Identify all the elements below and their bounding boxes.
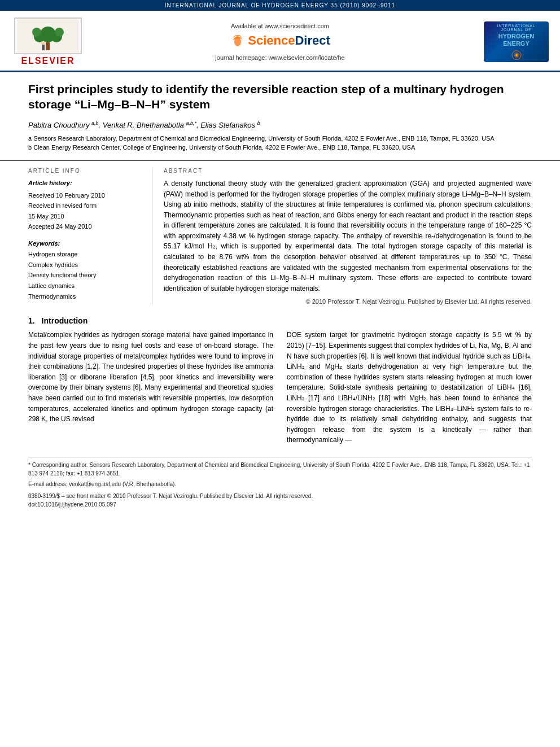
revised-date: 15 May 2010: [28, 212, 141, 222]
email-note: E-mail address: venkat@eng.usf.edu (V.R.…: [28, 480, 532, 488]
center-header: Available at www.sciencedirect.com Scien…: [85, 23, 475, 61]
journal-homepage-text: journal homepage: www.elsevier.com/locat…: [85, 54, 475, 61]
affiliations: a Sensors Research Laboratory, Departmen…: [28, 134, 532, 152]
he-logo-graphic: [505, 49, 528, 60]
svg-point-8: [41, 41, 45, 45]
article-section: First principles study to identify the r…: [0, 72, 560, 152]
affiliation-b: b Clean Energy Research Center, College …: [28, 143, 532, 152]
copyright-text: © 2010 Professor T. Nejat Veziroglu. Pub…: [164, 298, 532, 305]
journal-header-bar: International Journal of Hydrogen Energy…: [0, 0, 560, 11]
keyword-4: Lattice dynamics: [28, 281, 141, 291]
svg-point-12: [515, 54, 518, 56]
journal-title-text: International Journal of Hydrogen Energy…: [165, 2, 395, 8]
keywords-block: Keywords: Hydrogen storage Complex hydri…: [28, 240, 141, 302]
intro-two-col: Metal/complex hydrides as hydrogen stora…: [28, 330, 532, 449]
keywords-label: Keywords:: [28, 240, 141, 247]
intro-right-text: DOE system target for gravimetric hydrog…: [287, 330, 532, 445]
right-column: Abstract A density functional theory stu…: [152, 168, 532, 305]
authors-line: Pabitra Choudhury a,b, Venkat R. Bhethan…: [28, 120, 532, 129]
corresponding-author-note: * Corresponding author. Sensors Research…: [28, 461, 532, 478]
svg-rect-1: [46, 42, 50, 50]
article-info-heading: Article Info: [28, 168, 141, 174]
he-logo-box: International Journal of HYDROGENENERGY: [484, 21, 549, 62]
left-column: Article Info Article history: Received 1…: [28, 168, 152, 305]
issn-note: 0360-3199/$ – see front matter © 2010 Pr…: [28, 492, 532, 500]
elsevier-name-text: ELSEVIER: [21, 56, 75, 66]
sciencedirect-text: ScienceDirect: [248, 33, 330, 48]
available-text: Available at www.sciencedirect.com: [85, 23, 475, 29]
revised-label: Received in revised form: [28, 201, 141, 211]
svg-rect-7: [42, 45, 45, 50]
intro-section-title: 1. Introduction: [28, 316, 532, 325]
intro-left: Metal/complex hydrides as hydrogen stora…: [28, 330, 273, 449]
elsevier-tree-icon: [17, 19, 79, 54]
sciencedirect-leaf-icon: [230, 33, 246, 49]
article-history: Article history: Received 10 February 20…: [28, 178, 141, 232]
author-names: Pabitra Choudhury a,b, Venkat R. Bhethan…: [28, 121, 260, 129]
journal-header: ELSEVIER Available at www.sciencedirect.…: [0, 11, 560, 72]
article-info-abstract: Article Info Article history: Received 1…: [0, 160, 560, 305]
keyword-2: Complex hydrides: [28, 260, 141, 270]
body-section: 1. Introduction Metal/complex hydrides a…: [0, 305, 560, 449]
he-logo-intl: International: [497, 24, 536, 28]
he-logo: International Journal of HYDROGENENERGY: [475, 21, 549, 62]
intro-section-label: Introduction: [42, 316, 88, 325]
abstract-heading: Abstract: [164, 168, 532, 174]
elsevier-logo-box: [14, 18, 82, 54]
intro-left-text: Metal/complex hydrides as hydrogen stora…: [28, 330, 273, 424]
elsevier-logo: ELSEVIER: [11, 18, 85, 66]
svg-point-5: [32, 28, 41, 37]
svg-point-9: [234, 37, 241, 46]
doi-note: doi:10.1016/j.ijhydene.2010.05.097: [28, 500, 532, 509]
accepted-date: Accepted 24 May 2010: [28, 222, 141, 232]
keyword-5: Thermodynamics: [28, 291, 141, 302]
footnote-area: * Corresponding author. Sensors Research…: [0, 457, 560, 512]
keyword-1: Hydrogen storage: [28, 249, 141, 260]
history-label: Article history:: [28, 178, 141, 189]
intro-section-number: 1.: [28, 316, 35, 325]
abstract-text: A density functional theory study with t…: [164, 178, 532, 294]
received-date: Received 10 February 2010: [28, 191, 141, 201]
affiliation-a: a Sensors Research Laboratory, Departmen…: [28, 134, 532, 143]
article-title: First principles study to identify the r…: [28, 81, 532, 112]
he-logo-title: HYDROGENENERGY: [498, 33, 535, 47]
svg-point-6: [55, 28, 64, 37]
keyword-3: Density functional theory: [28, 270, 141, 281]
sciencedirect-logo: ScienceDirect: [230, 33, 330, 49]
he-logo-journal: Journal of: [501, 28, 531, 32]
intro-right: DOE system target for gravimetric hydrog…: [287, 330, 532, 449]
